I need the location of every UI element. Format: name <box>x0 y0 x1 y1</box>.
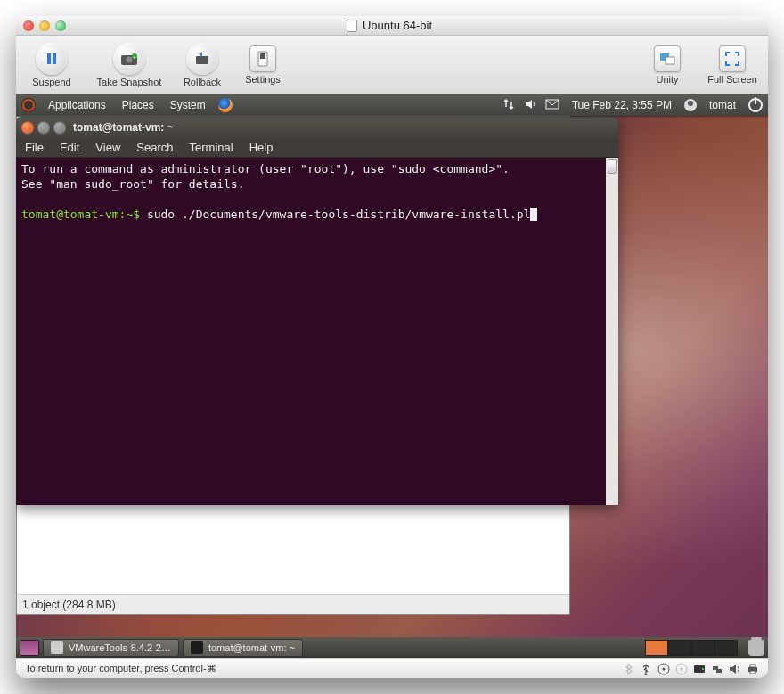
workspace-2[interactable] <box>668 640 691 656</box>
gnome-bottom-panel: VMwareTools-8.4.2-2… tomat@tomat-vm: ~ <box>16 637 768 658</box>
system-menu[interactable]: System <box>167 99 209 111</box>
terminal-icon <box>191 641 203 654</box>
svg-rect-23 <box>750 671 755 674</box>
guest-display[interactable]: Applications Places System Tue Feb 22, 3… <box>16 94 768 658</box>
terminal-menu-search[interactable]: Search <box>136 141 173 154</box>
sound-status-icon[interactable] <box>729 663 741 675</box>
terminal-prompt: tomat@tomat-vm:~$ <box>21 208 147 221</box>
taskbar-item-2-label: tomat@tomat-vm: ~ <box>208 642 295 653</box>
terminal-menubar: File Edit View Search Terminal Help <box>16 138 618 158</box>
mac-titlebar: Ubuntu 64-bit <box>16 16 768 36</box>
nautilus-statusbar: 1 object (284.8 MB) <box>17 594 569 614</box>
gnome-top-panel: Applications Places System Tue Feb 22, 3… <box>16 94 768 116</box>
volume-icon[interactable] <box>524 98 536 113</box>
unity-label: Unity <box>656 74 678 85</box>
settings-label: Settings <box>245 74 281 85</box>
clock[interactable]: Tue Feb 22, 3:55 PM <box>568 99 675 111</box>
power-icon[interactable] <box>748 98 763 112</box>
minimize-button[interactable] <box>39 20 50 31</box>
workspace-3[interactable] <box>691 640 715 656</box>
svg-text:+: + <box>133 54 136 60</box>
settings-button[interactable]: Settings <box>239 45 287 85</box>
terminal-menu-help[interactable]: Help <box>249 141 274 154</box>
svg-rect-6 <box>196 56 208 64</box>
network-icon[interactable] <box>502 98 515 113</box>
svg-point-3 <box>127 56 133 62</box>
terminal-menu-edit[interactable]: Edit <box>60 141 79 154</box>
terminal-line-1: To run a command as administrator (user … <box>21 162 510 176</box>
unity-button[interactable]: Unity <box>643 45 691 85</box>
svg-rect-0 <box>47 53 51 64</box>
zoom-button[interactable] <box>55 20 66 31</box>
trash-icon[interactable] <box>748 640 764 656</box>
firefox-icon[interactable] <box>218 98 233 112</box>
places-menu[interactable]: Places <box>118 99 158 111</box>
terminal-line-2: See "man sudo_root" for details. <box>21 177 244 191</box>
svg-point-18 <box>702 668 704 670</box>
hdd-icon[interactable] <box>693 663 706 675</box>
bluetooth-icon[interactable] <box>622 663 634 675</box>
archive-icon <box>51 641 63 654</box>
vmware-statusbar: To return to your computer, press Contro… <box>16 658 768 678</box>
fullscreen-label: Full Screen <box>707 74 757 85</box>
mail-icon[interactable] <box>545 99 559 112</box>
nautilus-status-text: 1 object (284.8 MB) <box>22 599 116 611</box>
applications-menu[interactable]: Applications <box>45 99 110 111</box>
show-desktop-button[interactable] <box>20 640 39 656</box>
svg-point-16 <box>681 667 683 670</box>
suspend-button[interactable]: Suspend <box>23 43 80 87</box>
svg-point-14 <box>663 667 666 670</box>
unity-icon <box>654 45 681 72</box>
svg-rect-20 <box>716 669 722 673</box>
svg-rect-10 <box>666 57 674 64</box>
svg-point-12 <box>645 673 648 675</box>
workspace-switcher[interactable] <box>645 640 738 656</box>
suspend-label: Suspend <box>32 77 70 87</box>
taskbar-item-1-label: VMwareTools-8.4.2-2… <box>69 642 171 653</box>
network-status-icon[interactable] <box>711 663 723 675</box>
terminal-scrollbar[interactable] <box>606 158 618 505</box>
usb-icon[interactable] <box>640 663 652 675</box>
camera-icon: + <box>113 43 145 75</box>
fullscreen-button[interactable]: Full Screen <box>704 45 761 85</box>
rollback-label: Rollback <box>184 77 221 87</box>
terminal-menu-file[interactable]: File <box>25 141 44 154</box>
terminal-maximize-button[interactable] <box>53 121 66 134</box>
terminal-close-button[interactable] <box>21 121 34 134</box>
svg-rect-8 <box>260 53 265 59</box>
switch-icon <box>249 45 276 72</box>
workspace-1[interactable] <box>645 640 668 656</box>
fullscreen-icon <box>719 45 746 72</box>
terminal-minimize-button[interactable] <box>37 121 50 134</box>
user-menu[interactable]: tomat <box>706 99 739 111</box>
svg-rect-22 <box>750 665 755 667</box>
terminal-command: sudo ./Documents/vmware-tools-distrib/vm… <box>147 208 530 221</box>
user-icon[interactable] <box>684 99 697 111</box>
printer-icon[interactable] <box>747 663 759 675</box>
terminal-titlebar[interactable]: tomat@tomat-vm: ~ <box>16 117 618 138</box>
statusbar-hint: To return to your computer, press Contro… <box>25 663 216 674</box>
workspace-4[interactable] <box>715 640 738 656</box>
snapshot-label: Take Snapshot <box>97 77 162 87</box>
terminal-menu-view[interactable]: View <box>95 141 120 154</box>
terminal-window[interactable]: tomat@tomat-vm: ~ File Edit View Search … <box>16 117 618 505</box>
terminal-body[interactable]: To run a command as administrator (user … <box>16 158 618 505</box>
snapshot-button[interactable]: + Take Snapshot <box>93 43 166 87</box>
cd2-icon[interactable] <box>675 663 688 675</box>
close-button[interactable] <box>23 20 34 31</box>
svg-rect-1 <box>53 53 56 64</box>
taskbar-item-vmwaretools[interactable]: VMwareTools-8.4.2-2… <box>43 639 179 657</box>
ubuntu-logo-icon[interactable] <box>21 98 36 112</box>
vm-doc-icon <box>347 20 357 32</box>
vmware-toolbar: Suspend + Take Snapshot Rollback Setting… <box>16 36 768 94</box>
terminal-title-text: tomat@tomat-vm: ~ <box>73 121 174 134</box>
terminal-menu-terminal[interactable]: Terminal <box>190 141 233 154</box>
window-title: Ubuntu 64-bit <box>363 19 432 32</box>
cd-icon[interactable] <box>657 663 670 675</box>
pause-icon <box>36 43 68 75</box>
rollback-button[interactable]: Rollback <box>178 43 226 87</box>
taskbar-item-terminal[interactable]: tomat@tomat-vm: ~ <box>183 639 303 657</box>
rollback-icon <box>186 43 218 75</box>
